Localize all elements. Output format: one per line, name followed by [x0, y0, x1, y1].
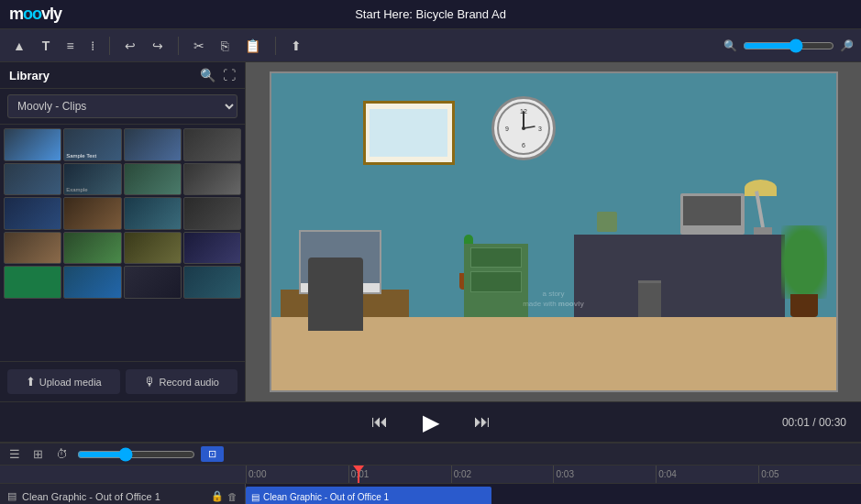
- clip-thumb[interactable]: [183, 197, 241, 230]
- plant-leaves: [781, 225, 827, 299]
- timeline-zoom-level-button[interactable]: ⊡: [201, 446, 224, 462]
- svg-text:3: 3: [538, 126, 542, 132]
- redo-button[interactable]: ↪: [147, 35, 169, 57]
- ruler-mark-4: 0:04: [656, 466, 758, 483]
- library-dropdown-container: Moovly - Clips My Media Getty Images Ico…: [0, 89, 245, 125]
- toolbar-separator-1: [109, 37, 110, 55]
- clip-thumb[interactable]: Example: [63, 163, 121, 196]
- timeline-grid-view-button[interactable]: ⊞: [29, 445, 47, 463]
- desk-lamp: [745, 180, 781, 235]
- play-button[interactable]: ▶: [413, 404, 449, 441]
- ruler-mark-3: 0:03: [553, 466, 656, 483]
- zoom-slider[interactable]: [743, 38, 834, 53]
- upload-icon: ⬆: [26, 375, 36, 389]
- clip-thumb[interactable]: [124, 128, 182, 161]
- trash-can: [638, 280, 661, 317]
- timeline-list-view-button[interactable]: ☰: [6, 445, 24, 463]
- clip-thumb[interactable]: [183, 266, 241, 299]
- current-time: 00:01: [782, 416, 810, 429]
- clip-thumb[interactable]: [183, 128, 241, 161]
- moovly-watermark: a storymade with moovly: [523, 288, 584, 308]
- cursor-tool-button[interactable]: ▲: [7, 35, 31, 57]
- track-clip-icon: ▤: [251, 492, 259, 502]
- toolbar: ▲ T ≡ ⁞ ↩ ↪ ✂ ⎘ 📋 ⬆ 🔍 🔎: [0, 29, 861, 62]
- total-time: 00:30: [819, 416, 846, 429]
- ruler-mark-5: 0:05: [758, 466, 861, 483]
- record-audio-button[interactable]: 🎙 Record audio: [126, 369, 238, 394]
- wall-clock: 12 3 6 9: [491, 96, 556, 160]
- clip-thumb[interactable]: [124, 232, 182, 265]
- text-tool-button[interactable]: T: [37, 35, 56, 57]
- zoom-container: 🔍 🔎: [723, 38, 854, 53]
- align-tool-button[interactable]: ≡: [61, 35, 79, 57]
- ruler-mark-2: 0:02: [451, 466, 554, 483]
- paste-button[interactable]: 📋: [239, 35, 266, 57]
- export-button[interactable]: ⬆: [285, 35, 307, 57]
- cut-button[interactable]: ✂: [188, 35, 210, 57]
- timeline-tracks: ▤ Clean Graphic - Out of Office 1 🔒 🗑 ▤ …: [0, 484, 861, 504]
- library-panel: Library 🔍 ⛶ Moovly - Clips My Media Gett…: [0, 62, 246, 401]
- upload-media-button[interactable]: ⬆ Upload media: [7, 369, 120, 394]
- track-1-clip[interactable]: ▤ Clean Graphic - Out of Office 1: [246, 487, 491, 504]
- toolbar-separator-2: [178, 37, 179, 55]
- plant-right: [781, 225, 827, 317]
- svg-text:6: 6: [522, 142, 525, 148]
- header: moovly Start Here: Bicycle Brand Ad: [0, 0, 861, 29]
- ruler-marks: 0:00 0:01 0:02 0:03 0:04 0:05: [246, 466, 861, 483]
- track-1-lock-button[interactable]: 🔒: [211, 490, 224, 502]
- clip-thumb[interactable]: [4, 232, 61, 265]
- clip-thumb[interactable]: [4, 163, 61, 196]
- plant-pot: [790, 294, 818, 317]
- laptop-screen: [683, 196, 741, 225]
- clip-thumb[interactable]: [124, 163, 182, 196]
- green-cabinet: [464, 244, 528, 317]
- track-1-icon: ▤: [7, 490, 17, 502]
- office-chair: [308, 257, 363, 331]
- undo-button[interactable]: ↩: [119, 35, 141, 57]
- fast-forward-button[interactable]: ⏭: [468, 408, 497, 437]
- microphone-icon: 🎙: [144, 375, 156, 389]
- world-map-inner: [370, 109, 447, 156]
- expand-icon[interactable]: ⛶: [223, 68, 236, 82]
- clip-thumb[interactable]: [63, 197, 121, 230]
- copy-button[interactable]: ⎘: [215, 35, 234, 57]
- clip-thumb[interactable]: [63, 266, 121, 299]
- ruler-mark-1: 0:01: [348, 466, 451, 483]
- align2-tool-button[interactable]: ⁞: [85, 35, 100, 57]
- clip-thumb[interactable]: Sample Text: [63, 128, 121, 161]
- ruler-mark-0: 0:00: [246, 466, 348, 483]
- svg-text:9: 9: [505, 126, 509, 132]
- search-icon[interactable]: 🔍: [200, 68, 215, 82]
- time-separator: /: [812, 416, 819, 429]
- canvas-area[interactable]: 12 3 6 9: [246, 62, 861, 401]
- track-1-delete-button[interactable]: 🗑: [227, 490, 237, 502]
- lamp-arm: [755, 191, 765, 227]
- logo: moovly: [9, 5, 61, 24]
- clip-thumb[interactable]: [183, 232, 241, 265]
- timeline: ☰ ⊞ ⏱ ⊡ 0:00 0:01 0:02 0:03 0:04 0:05 ▤ …: [0, 442, 861, 504]
- track-1-clip-label: Clean Graphic - Out of Office 1: [263, 492, 389, 502]
- clip-thumb[interactable]: [4, 197, 61, 230]
- playback-controls: ⏮ ▶ ⏭ 00:01 / 00:30: [0, 401, 861, 442]
- zoom-out-icon: 🔍: [723, 39, 737, 52]
- track-1-content[interactable]: ▤ Clean Graphic - Out of Office 1: [246, 484, 861, 504]
- track-1: ▤ Clean Graphic - Out of Office 1 🔒 🗑 ▤ …: [0, 484, 861, 504]
- rewind-button[interactable]: ⏮: [365, 408, 394, 437]
- timeline-clock-button[interactable]: ⏱: [52, 445, 72, 463]
- record-audio-label: Record audio: [160, 377, 219, 388]
- library-source-select[interactable]: Moovly - Clips My Media Getty Images Ico…: [7, 94, 237, 118]
- page-title: Start Here: Bicycle Brand Ad: [355, 7, 506, 21]
- clip-thumb[interactable]: [124, 266, 182, 299]
- coffee-mug: [597, 212, 617, 232]
- library-title: Library: [9, 69, 50, 82]
- clip-thumb[interactable]: [183, 163, 241, 196]
- clips-grid: Sample Text Example: [0, 125, 245, 361]
- library-header-icons: 🔍 ⛶: [200, 68, 236, 82]
- clip-thumb[interactable]: [63, 232, 121, 265]
- timeline-zoom-slider[interactable]: [77, 447, 195, 462]
- clip-thumb[interactable]: [4, 266, 61, 299]
- clip-thumb[interactable]: [4, 128, 61, 161]
- library-header: Library 🔍 ⛶: [0, 62, 245, 89]
- lamp-head: [745, 180, 777, 196]
- clip-thumb[interactable]: [124, 197, 182, 230]
